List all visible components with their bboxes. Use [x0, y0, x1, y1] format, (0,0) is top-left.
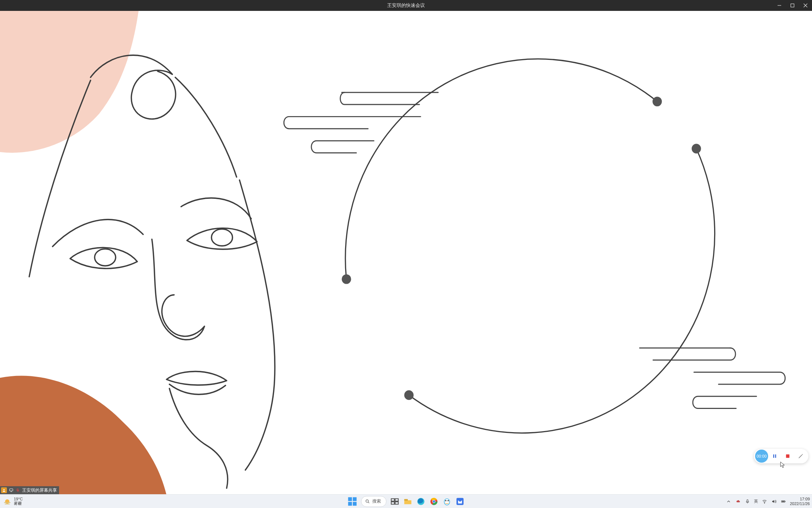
- svg-point-25: [366, 500, 368, 502]
- svg-point-37: [445, 500, 446, 501]
- svg-point-5: [95, 249, 116, 266]
- windows-logo-icon: [347, 496, 357, 507]
- search-icon: [365, 499, 370, 504]
- svg-rect-23: [348, 502, 352, 506]
- screen-share-label-text: 王安琪的屏幕共享: [21, 487, 59, 493]
- mic-muted-small-icon: [15, 487, 21, 493]
- recording-stop-button[interactable]: [783, 451, 793, 461]
- taskbar-app-qq[interactable]: [442, 497, 452, 506]
- taskbar-search-placeholder: 搜索: [372, 498, 381, 504]
- svg-point-18: [5, 499, 9, 504]
- taskbar-search[interactable]: 搜索: [361, 496, 386, 507]
- svg-rect-16: [775, 454, 776, 458]
- taskbar-center: 搜索: [347, 496, 465, 507]
- svg-rect-24: [353, 502, 357, 506]
- svg-rect-20: [5, 504, 10, 504]
- svg-rect-44: [782, 501, 784, 501]
- svg-rect-30: [395, 502, 398, 504]
- taskbar-app-chrome[interactable]: [429, 497, 439, 506]
- svg-point-9: [342, 274, 351, 284]
- recording-annotate-button[interactable]: [796, 451, 806, 461]
- svg-rect-43: [785, 501, 786, 501]
- taskbar-system-tray: 英 17:09 2022/11/26: [726, 497, 810, 505]
- tray-volume-icon[interactable]: [771, 499, 777, 504]
- svg-rect-28: [395, 499, 398, 501]
- svg-point-41: [764, 503, 765, 503]
- taskbar-app-explorer[interactable]: [403, 497, 413, 506]
- recording-timer: 00:00: [755, 450, 768, 463]
- recording-pause-button[interactable]: [770, 451, 780, 461]
- svg-point-7: [652, 97, 662, 106]
- shared-artwork-svg: [0, 11, 812, 494]
- svg-rect-19: [4, 502, 11, 503]
- svg-rect-12: [10, 489, 13, 491]
- windows-taskbar: 19°C 雾霾 搜索: [0, 494, 812, 508]
- tray-onedrive-icon[interactable]: [735, 499, 741, 504]
- svg-point-36: [444, 499, 450, 505]
- svg-rect-27: [391, 499, 394, 501]
- svg-point-11: [3, 489, 4, 490]
- svg-rect-29: [391, 502, 394, 504]
- taskbar-date: 2022/11/26: [790, 501, 810, 506]
- window-controls: [773, 0, 812, 11]
- weather-temp: 19°C: [14, 497, 23, 501]
- taskbar-clock[interactable]: 17:09 2022/11/26: [790, 497, 810, 505]
- svg-rect-39: [456, 498, 464, 505]
- svg-point-6: [211, 229, 232, 246]
- window-title: 王安琪的快速会议: [387, 2, 425, 9]
- window-titlebar: 王安琪的快速会议: [0, 0, 812, 11]
- svg-point-10: [404, 390, 414, 400]
- svg-rect-22: [353, 497, 357, 501]
- svg-rect-40: [747, 499, 748, 501]
- start-button[interactable]: [347, 496, 357, 507]
- weather-icon: [3, 497, 12, 506]
- svg-rect-17: [786, 454, 789, 458]
- svg-point-38: [448, 500, 449, 501]
- svg-point-8: [692, 144, 701, 153]
- tray-microphone-icon[interactable]: [745, 499, 750, 504]
- svg-line-26: [368, 502, 369, 503]
- tray-chevron-up-icon[interactable]: [726, 499, 732, 504]
- screen-share-label: 王安琪的屏幕共享: [0, 486, 59, 494]
- tray-wifi-icon[interactable]: [762, 499, 767, 504]
- user-avatar-icon: [1, 487, 7, 493]
- weather-desc: 雾霾: [14, 501, 23, 506]
- taskbar-time: 17:09: [800, 497, 810, 501]
- window-close-button[interactable]: [799, 0, 812, 11]
- monitor-icon: [8, 487, 14, 493]
- shared-screen-content: [0, 11, 812, 494]
- recording-controls: 00:00: [754, 449, 808, 463]
- tray-ime-indicator[interactable]: 英: [754, 499, 758, 504]
- svg-rect-21: [348, 497, 352, 501]
- window-minimize-button[interactable]: [773, 0, 786, 11]
- svg-point-35: [433, 500, 435, 503]
- taskbar-app-taskview[interactable]: [390, 497, 399, 506]
- taskbar-app-edge[interactable]: [416, 497, 426, 506]
- mouse-cursor-icon: [780, 462, 785, 469]
- window-maximize-button[interactable]: [786, 0, 799, 11]
- taskbar-app-meeting[interactable]: [455, 497, 465, 506]
- svg-rect-15: [773, 454, 774, 458]
- tray-battery-icon[interactable]: [780, 499, 786, 504]
- svg-rect-31: [404, 499, 408, 500]
- svg-rect-1: [791, 4, 794, 7]
- taskbar-weather-widget[interactable]: 19°C 雾霾: [0, 497, 23, 506]
